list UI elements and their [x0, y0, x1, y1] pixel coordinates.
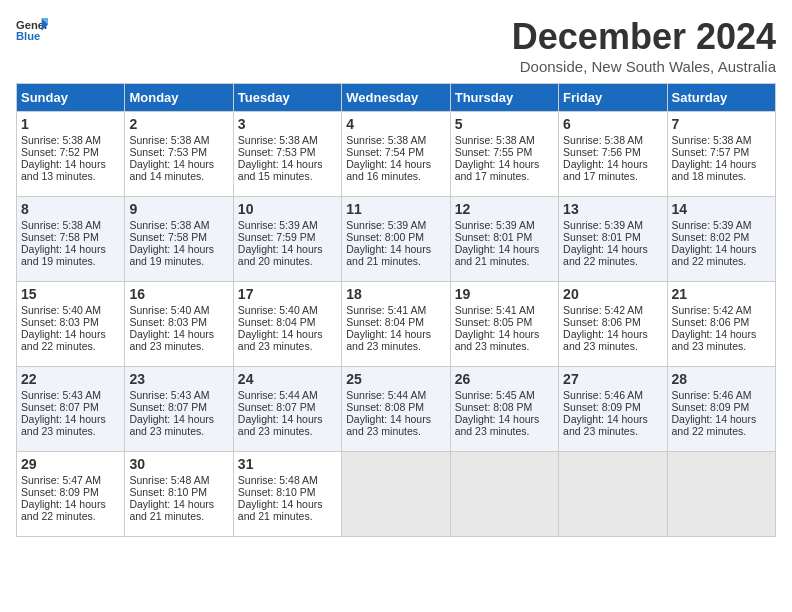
day-info-line: Sunrise: 5:45 AM	[455, 389, 554, 401]
day-number: 5	[455, 116, 554, 132]
day-info-line: Daylight: 14 hours	[129, 243, 228, 255]
day-info-line: Daylight: 14 hours	[238, 498, 337, 510]
day-info-line: Sunset: 8:10 PM	[129, 486, 228, 498]
day-info-line: Sunset: 8:06 PM	[672, 316, 771, 328]
day-info-line: and 13 minutes.	[21, 170, 120, 182]
day-info-line: Sunset: 7:52 PM	[21, 146, 120, 158]
logo-icon: General Blue	[16, 16, 48, 44]
day-info-line: Daylight: 14 hours	[455, 328, 554, 340]
calendar-week-row: 22Sunrise: 5:43 AMSunset: 8:07 PMDayligh…	[17, 367, 776, 452]
day-info-line: Sunrise: 5:40 AM	[129, 304, 228, 316]
day-info-line: Sunrise: 5:41 AM	[455, 304, 554, 316]
calendar-week-row: 1Sunrise: 5:38 AMSunset: 7:52 PMDaylight…	[17, 112, 776, 197]
calendar-cell	[667, 452, 775, 537]
day-info-line: Sunset: 8:01 PM	[455, 231, 554, 243]
day-info-line: Sunset: 8:09 PM	[672, 401, 771, 413]
day-info-line: Daylight: 14 hours	[455, 413, 554, 425]
day-info-line: Daylight: 14 hours	[21, 328, 120, 340]
day-info-line: and 22 minutes.	[672, 255, 771, 267]
calendar-cell: 28Sunrise: 5:46 AMSunset: 8:09 PMDayligh…	[667, 367, 775, 452]
day-info-line: and 23 minutes.	[238, 340, 337, 352]
day-info-line: Sunrise: 5:44 AM	[238, 389, 337, 401]
day-number: 8	[21, 201, 120, 217]
day-number: 19	[455, 286, 554, 302]
day-info-line: Sunrise: 5:40 AM	[21, 304, 120, 316]
calendar-cell: 18Sunrise: 5:41 AMSunset: 8:04 PMDayligh…	[342, 282, 450, 367]
day-number: 3	[238, 116, 337, 132]
day-info-line: Daylight: 14 hours	[672, 328, 771, 340]
day-info-line: Sunrise: 5:48 AM	[238, 474, 337, 486]
calendar-cell: 7Sunrise: 5:38 AMSunset: 7:57 PMDaylight…	[667, 112, 775, 197]
day-number: 17	[238, 286, 337, 302]
day-info-line: Daylight: 14 hours	[563, 413, 662, 425]
day-info-line: Sunset: 8:07 PM	[238, 401, 337, 413]
day-number: 18	[346, 286, 445, 302]
calendar-cell: 5Sunrise: 5:38 AMSunset: 7:55 PMDaylight…	[450, 112, 558, 197]
day-info-line: and 17 minutes.	[455, 170, 554, 182]
day-number: 14	[672, 201, 771, 217]
day-info-line: and 22 minutes.	[21, 340, 120, 352]
day-info-line: Daylight: 14 hours	[672, 158, 771, 170]
day-info-line: and 21 minutes.	[238, 510, 337, 522]
day-info-line: and 23 minutes.	[563, 425, 662, 437]
day-info-line: Sunset: 8:10 PM	[238, 486, 337, 498]
day-info-line: Sunrise: 5:38 AM	[455, 134, 554, 146]
day-info-line: Sunset: 7:59 PM	[238, 231, 337, 243]
day-info-line: Sunset: 7:56 PM	[563, 146, 662, 158]
day-info-line: Sunset: 8:07 PM	[21, 401, 120, 413]
day-number: 29	[21, 456, 120, 472]
day-info-line: Daylight: 14 hours	[672, 413, 771, 425]
dow-header: Wednesday	[342, 84, 450, 112]
day-info-line: Daylight: 14 hours	[346, 243, 445, 255]
day-info-line: and 23 minutes.	[346, 425, 445, 437]
day-info-line: Sunrise: 5:40 AM	[238, 304, 337, 316]
day-info-line: Sunrise: 5:38 AM	[129, 134, 228, 146]
day-number: 28	[672, 371, 771, 387]
dow-header: Monday	[125, 84, 233, 112]
day-info-line: Daylight: 14 hours	[129, 158, 228, 170]
day-info-line: Sunrise: 5:44 AM	[346, 389, 445, 401]
day-number: 11	[346, 201, 445, 217]
day-number: 4	[346, 116, 445, 132]
day-info-line: Sunrise: 5:43 AM	[129, 389, 228, 401]
dow-header: Tuesday	[233, 84, 341, 112]
day-info-line: and 18 minutes.	[672, 170, 771, 182]
calendar-cell: 2Sunrise: 5:38 AMSunset: 7:53 PMDaylight…	[125, 112, 233, 197]
day-info-line: Daylight: 14 hours	[129, 413, 228, 425]
day-number: 30	[129, 456, 228, 472]
day-info-line: Sunrise: 5:39 AM	[672, 219, 771, 231]
day-number: 2	[129, 116, 228, 132]
svg-text:Blue: Blue	[16, 30, 40, 42]
day-info-line: Sunset: 8:08 PM	[346, 401, 445, 413]
month-title: December 2024	[512, 16, 776, 58]
day-info-line: Sunset: 8:05 PM	[455, 316, 554, 328]
days-of-week-row: SundayMondayTuesdayWednesdayThursdayFrid…	[17, 84, 776, 112]
calendar-cell: 15Sunrise: 5:40 AMSunset: 8:03 PMDayligh…	[17, 282, 125, 367]
calendar-cell: 30Sunrise: 5:48 AMSunset: 8:10 PMDayligh…	[125, 452, 233, 537]
day-info-line: and 19 minutes.	[21, 255, 120, 267]
day-info-line: Daylight: 14 hours	[563, 158, 662, 170]
calendar-cell: 8Sunrise: 5:38 AMSunset: 7:58 PMDaylight…	[17, 197, 125, 282]
title-area: December 2024 Doonside, New South Wales,…	[512, 16, 776, 75]
calendar-cell: 13Sunrise: 5:39 AMSunset: 8:01 PMDayligh…	[559, 197, 667, 282]
day-info-line: Daylight: 14 hours	[672, 243, 771, 255]
calendar-cell	[450, 452, 558, 537]
day-number: 7	[672, 116, 771, 132]
day-info-line: Sunset: 8:06 PM	[563, 316, 662, 328]
day-info-line: Sunset: 8:08 PM	[455, 401, 554, 413]
day-number: 6	[563, 116, 662, 132]
day-info-line: Sunset: 8:09 PM	[21, 486, 120, 498]
day-number: 9	[129, 201, 228, 217]
day-info-line: Sunset: 8:09 PM	[563, 401, 662, 413]
day-info-line: Sunrise: 5:43 AM	[21, 389, 120, 401]
day-info-line: and 23 minutes.	[238, 425, 337, 437]
day-info-line: Sunrise: 5:38 AM	[238, 134, 337, 146]
day-info-line: Daylight: 14 hours	[21, 413, 120, 425]
day-info-line: Sunset: 7:57 PM	[672, 146, 771, 158]
day-info-line: and 22 minutes.	[21, 510, 120, 522]
calendar-cell: 19Sunrise: 5:41 AMSunset: 8:05 PMDayligh…	[450, 282, 558, 367]
day-number: 24	[238, 371, 337, 387]
day-info-line: Sunrise: 5:38 AM	[21, 134, 120, 146]
day-info-line: Sunset: 8:03 PM	[21, 316, 120, 328]
calendar-cell: 22Sunrise: 5:43 AMSunset: 8:07 PMDayligh…	[17, 367, 125, 452]
